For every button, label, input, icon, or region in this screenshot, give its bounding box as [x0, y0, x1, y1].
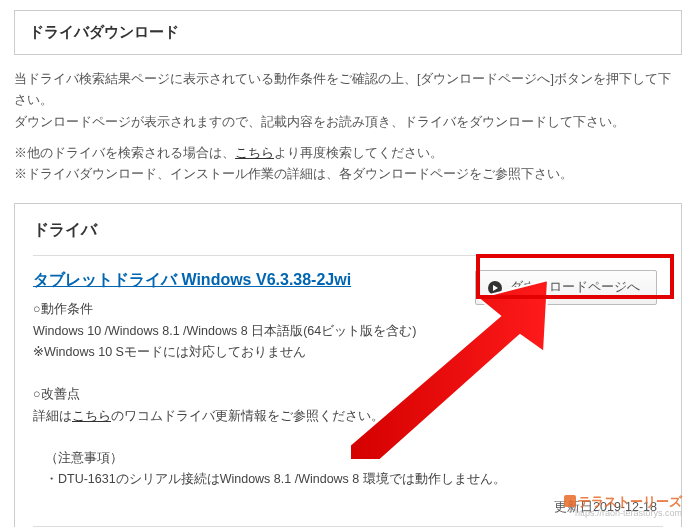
improvements-line: 詳細はこちらのワコムドライバ更新情報をご参照ください。 [33, 406, 663, 427]
note-line: ※ドライバダウンロード、インストール作業の詳細は、各ダウンロードページをご参照下… [14, 164, 682, 185]
instruction-line: ダウンロードページが表示されますので、記載内容をお読み頂き、ドライバをダウンロー… [14, 112, 682, 133]
driver-section: ドライバ タブレットドライバ Windows V6.3.38-2Jwi ダウンロ… [14, 203, 682, 527]
conditions-line: Windows 10 /Windows 8.1 /Windows 8 日本語版(… [33, 321, 663, 342]
instructions: 当ドライバ検索結果ページに表示されている動作条件をご確認の上、[ダウンロードペー… [14, 69, 682, 133]
conditions-line: ※Windows 10 Sモードには対応しておりません [33, 342, 663, 363]
caution-line: ・DTU-1631のシリアル接続はWindows 8.1 /Windows 8 … [33, 469, 663, 490]
watermark-icon [564, 495, 576, 507]
note-line: ※他のドライバを検索される場合は、こちらより再度検索してください。 [14, 143, 682, 164]
improvements-heading: ○改善点 [33, 384, 663, 405]
download-button-label: ダウンロードページへ [510, 279, 640, 296]
notes: ※他のドライバを検索される場合は、こちらより再度検索してください。 ※ドライバダ… [14, 143, 682, 186]
details-link[interactable]: こちら [72, 409, 111, 423]
caution-heading: （注意事項） [33, 448, 663, 469]
watermark-url: https://raon-terastorys.com [564, 509, 682, 519]
driver-body: ○動作条件 Windows 10 /Windows 8.1 /Windows 8… [33, 299, 663, 490]
watermark: テラストーリーズ https://raon-terastorys.com [564, 495, 682, 519]
page-title: ドライバダウンロード [29, 23, 667, 42]
page-title-box: ドライバダウンロード [14, 10, 682, 55]
search-again-link[interactable]: こちら [235, 146, 274, 160]
driver-item: タブレットドライバ Windows V6.3.38-2Jwi ダウンロードページ… [33, 255, 663, 525]
instruction-line: 当ドライバ検索結果ページに表示されている動作条件をご確認の上、[ダウンロードペー… [14, 69, 682, 112]
driver-title-link[interactable]: タブレットドライバ Windows V6.3.38-2Jwi [33, 270, 351, 291]
play-icon [488, 281, 502, 295]
section-title: ドライバ [33, 220, 663, 241]
download-button[interactable]: ダウンロードページへ [475, 270, 657, 305]
